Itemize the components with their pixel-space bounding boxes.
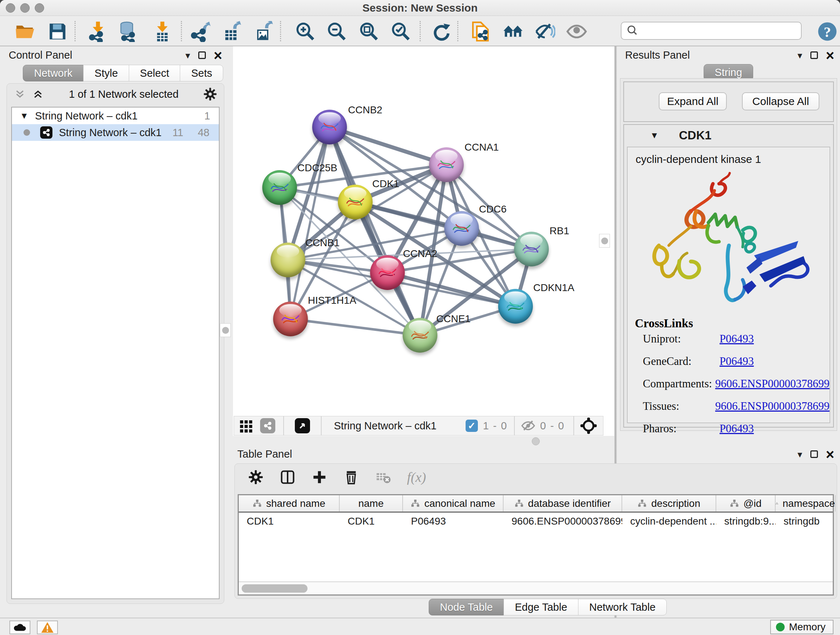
table-gear-icon[interactable] — [248, 469, 264, 485]
network-node-ccna1[interactable] — [429, 147, 464, 182]
network-node-cdc6[interactable] — [444, 211, 479, 246]
snapshot-network-file-icon[interactable] — [470, 21, 491, 42]
hidden-eye-icon[interactable] — [521, 418, 536, 433]
function-builder-icon[interactable]: f(x) — [407, 469, 426, 485]
crosslink-link[interactable]: P06493 — [720, 333, 754, 345]
network-node-ccne1[interactable] — [403, 318, 437, 353]
show-eye-icon[interactable] — [566, 21, 587, 42]
panel-float-icon[interactable] — [810, 450, 818, 458]
gene-section-header[interactable]: ▼ CDK1 — [624, 125, 833, 146]
tab-network-table[interactable]: Network Table — [578, 599, 667, 616]
column-header-description[interactable]: description — [622, 495, 716, 511]
network-node-cdc25b[interactable] — [262, 170, 297, 205]
network-edge[interactable] — [291, 319, 420, 335]
birds-eye-view-icon[interactable] — [295, 418, 310, 433]
panel-float-icon[interactable] — [198, 51, 206, 59]
right-splitter-handle[interactable] — [599, 234, 610, 248]
save-icon[interactable] — [47, 21, 68, 42]
crosslink-link[interactable]: 9606.ENSP00000378699 — [715, 377, 829, 390]
table-splitter-handle[interactable] — [532, 437, 540, 445]
column-header-name[interactable]: name — [340, 495, 403, 511]
cloud-button[interactable] — [9, 621, 30, 634]
export-network-icon[interactable] — [189, 21, 210, 42]
table-cell[interactable]: stringdb — [775, 516, 836, 527]
network-node-ccnb2[interactable] — [312, 110, 347, 144]
search-input[interactable] — [639, 22, 801, 39]
zoom-selected-icon[interactable] — [390, 21, 411, 42]
import-database-icon[interactable] — [118, 21, 139, 42]
table-cell[interactable]: cyclin-dependent ... — [622, 516, 716, 527]
tab-sets[interactable]: Sets — [180, 65, 223, 81]
network-row[interactable]: String Network – cdk1 11 48 — [12, 124, 219, 141]
table-cell[interactable]: stringdb:9... — [716, 516, 775, 527]
hide-eye-icon[interactable] — [534, 21, 555, 42]
panel-float-icon[interactable] — [810, 51, 818, 59]
import-network-icon[interactable] — [87, 21, 108, 42]
section-collapse-caret[interactable]: ▼ — [650, 130, 659, 141]
network-node-ccna2[interactable] — [370, 255, 405, 290]
crosslinks-title: CrossLinks — [635, 317, 829, 330]
table-row[interactable]: CDK1CDK1P064939606.ENSP00000378699cyclin… — [239, 513, 833, 530]
column-header-namespace[interactable]: namespace — [775, 495, 836, 511]
network-node-cdk1[interactable] — [338, 185, 373, 219]
tree-expand-caret[interactable]: ▼ — [20, 111, 28, 121]
panel-close-icon[interactable]: × — [826, 51, 834, 60]
panel-close-icon[interactable]: × — [214, 51, 222, 60]
tab-select[interactable]: Select — [129, 65, 180, 81]
add-column-icon[interactable] — [311, 469, 327, 485]
delete-column-icon[interactable] — [343, 469, 359, 485]
network-collection-row[interactable]: ▼ String Network – cdk1 1 — [12, 108, 219, 124]
selected-checkbox[interactable]: ✓ — [466, 420, 478, 432]
table-cell[interactable]: P06493 — [403, 516, 504, 527]
refresh-icon[interactable] — [431, 21, 452, 42]
network-edge[interactable] — [330, 127, 447, 165]
crosslink-link[interactable]: P06493 — [720, 422, 754, 435]
tab-edge-table[interactable]: Edge Table — [504, 599, 578, 616]
scrollbar-thumb[interactable] — [242, 584, 308, 593]
tab-node-table[interactable]: Node Table — [429, 599, 504, 616]
expand-all-button[interactable]: Expand All — [659, 92, 727, 111]
zoom-out-icon[interactable] — [326, 21, 347, 42]
memory-button[interactable]: Memory — [770, 620, 834, 634]
open-folder-icon[interactable] — [14, 21, 35, 42]
zoom-in-icon[interactable] — [295, 21, 316, 42]
column-header-database-identifier[interactable]: database identifier — [504, 495, 622, 511]
expand-all-icon[interactable] — [32, 88, 44, 101]
export-table-icon[interactable] — [221, 21, 242, 42]
table-cell[interactable]: 9606.ENSP00000378699 — [504, 516, 622, 527]
collapse-all-icon[interactable] — [13, 88, 27, 101]
column-header-shared-name[interactable]: shared name — [239, 495, 340, 511]
left-splitter-handle[interactable] — [220, 323, 231, 337]
tab-style[interactable]: Style — [83, 65, 129, 81]
table-cell[interactable]: CDK1 — [340, 516, 403, 527]
import-table-icon[interactable] — [151, 21, 172, 42]
network-node-hist1h1a[interactable] — [273, 302, 308, 336]
panel-close-icon[interactable]: × — [826, 450, 834, 459]
network-canvas[interactable]: CCNB2CCNA1CDC25BCDK1CDC6RB1CCNB1CCNA2CDK… — [233, 46, 605, 416]
help-icon[interactable]: ? — [817, 21, 838, 42]
column-header-canonical-name[interactable]: canonical name — [403, 495, 504, 511]
network-node-ccnb1[interactable] — [271, 242, 305, 277]
network-node-cdkn1a[interactable] — [498, 289, 533, 324]
network-node-rb1[interactable] — [514, 232, 549, 266]
table-cell[interactable]: CDK1 — [239, 516, 340, 527]
export-image-icon[interactable] — [253, 21, 274, 42]
crosshair-icon[interactable] — [580, 417, 597, 434]
crosslink-link[interactable]: 9606.ENSP00000378699 — [715, 400, 829, 413]
homes-icon[interactable] — [503, 21, 524, 42]
collapse-all-button[interactable]: Collapse All — [742, 92, 819, 111]
show-columns-icon[interactable] — [279, 469, 295, 485]
panel-menu-icon[interactable]: ▾ — [798, 52, 802, 59]
window-title: Session: New Session — [0, 0, 840, 16]
warning-button[interactable] — [37, 621, 58, 634]
zoom-fit-icon[interactable] — [358, 21, 379, 42]
panel-menu-icon[interactable]: ▾ — [186, 52, 190, 59]
gear-icon[interactable] — [203, 87, 218, 101]
delete-table-icon[interactable] — [375, 469, 391, 485]
crosslink-link[interactable]: P06493 — [720, 355, 754, 368]
tab-network[interactable]: Network — [23, 65, 84, 81]
panel-menu-icon[interactable]: ▾ — [798, 451, 802, 458]
column-header--id[interactable]: @id — [716, 495, 775, 511]
grid-mode-icon[interactable] — [239, 418, 254, 433]
network-mode-icon[interactable] — [260, 418, 275, 433]
